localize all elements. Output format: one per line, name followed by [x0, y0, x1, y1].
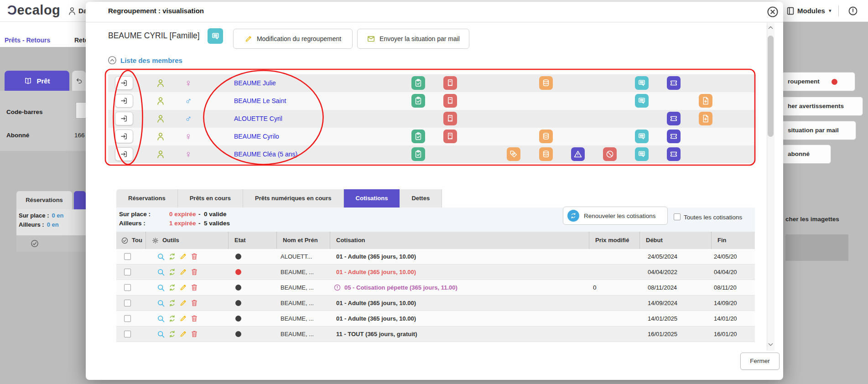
view-icon[interactable]: [156, 283, 166, 292]
ticket-icon[interactable]: [667, 76, 681, 90]
nav-item-prets-retours[interactable]: Prêts - Retours: [5, 36, 50, 44]
open-member-button[interactable]: [115, 130, 133, 143]
delete-icon[interactable]: [190, 299, 198, 307]
view-icon[interactable]: [156, 314, 166, 323]
edit-icon[interactable]: [179, 268, 187, 276]
receipt-icon[interactable]: [443, 130, 457, 143]
receipt-icon[interactable]: [443, 76, 457, 90]
column-header[interactable]: Tou: [116, 232, 146, 249]
database-icon[interactable]: [539, 76, 553, 90]
code-barres-input[interactable]: [76, 102, 86, 119]
tab-pret[interactable]: Prêt: [5, 71, 69, 91]
tag-icon[interactable]: [507, 147, 520, 161]
renew-icon[interactable]: [168, 314, 177, 323]
scrollbar-thumb[interactable]: [768, 36, 774, 137]
background-table-header-row: [16, 235, 86, 252]
modify-group-button[interactable]: Modification du regroupement: [233, 29, 353, 49]
database-icon[interactable]: [539, 130, 553, 143]
column-header-label: Fin: [717, 232, 727, 249]
background-cutoff-button[interactable]: roupement: [783, 72, 855, 91]
edit-icon[interactable]: [179, 252, 187, 260]
view-icon[interactable]: [156, 330, 166, 339]
open-member-button[interactable]: [115, 76, 133, 90]
chat-icon[interactable]: [635, 130, 649, 143]
receipt-icon[interactable]: [443, 94, 457, 108]
member-name-link[interactable]: BEAUME Cléa (5 ans): [234, 150, 297, 158]
tab-active-sliver[interactable]: [74, 191, 86, 209]
circle-check-icon[interactable]: [30, 239, 39, 248]
close-icon[interactable]: [766, 5, 779, 18]
tab-pr-ts-en-cours[interactable]: Prêts en cours: [178, 189, 243, 208]
chat-icon[interactable]: [635, 147, 649, 161]
row-checkbox[interactable]: [124, 300, 131, 306]
members-section-title[interactable]: Liste des membres: [120, 57, 182, 64]
row-checkbox[interactable]: [124, 284, 131, 291]
view-icon[interactable]: [156, 268, 166, 277]
view-icon[interactable]: [156, 299, 166, 308]
column-header[interactable]: Outils: [146, 232, 229, 249]
renew-icon[interactable]: [168, 252, 177, 261]
open-member-button[interactable]: [115, 147, 133, 161]
edit-icon[interactable]: [179, 330, 187, 338]
all-cotisations-checkbox[interactable]: [674, 213, 681, 220]
background-cutoff-button[interactable]: situation par mail: [783, 121, 856, 140]
modules-menu[interactable]: Modules: [797, 7, 825, 15]
open-member-button[interactable]: [115, 112, 133, 125]
renew-cotisations-button[interactable]: Renouveler les cotisations: [563, 207, 668, 225]
edit-icon[interactable]: [179, 314, 187, 322]
scrollbar-down-icon[interactable]: [767, 341, 774, 350]
delete-icon[interactable]: [190, 330, 198, 338]
scrollbar-up-icon[interactable]: [767, 24, 774, 33]
tab-pr-ts-num-riques-en-cours[interactable]: Prêts numériques en cours: [243, 189, 344, 208]
background-cutoff-button[interactable]: her avertissements: [783, 97, 863, 116]
renew-icon[interactable]: [168, 330, 177, 338]
member-name-link[interactable]: BEAUME Julie: [234, 79, 276, 87]
ticket-icon[interactable]: [667, 130, 681, 143]
collapse-section-icon[interactable]: [107, 55, 117, 65]
chat-button[interactable]: [208, 28, 223, 44]
prohibition-icon[interactable]: [603, 147, 617, 161]
member-name-link[interactable]: BEAUME Le Saint: [234, 97, 286, 104]
clipboard-check-icon[interactable]: [411, 147, 425, 161]
background-cutoff-button[interactable]: abonné: [783, 145, 831, 164]
renew-icon[interactable]: [168, 268, 177, 276]
member-name-link[interactable]: ALOUETTE Cyril: [234, 115, 282, 122]
row-checkbox[interactable]: [124, 253, 131, 260]
clipboard-check-icon[interactable]: [411, 130, 425, 143]
tab-cotisations[interactable]: Cotisations: [344, 189, 400, 208]
row-checkbox[interactable]: [124, 331, 131, 337]
file-plus-icon[interactable]: [699, 94, 712, 108]
tab-r-servations[interactable]: Réservations: [116, 189, 178, 208]
fermer-button[interactable]: Fermer: [740, 353, 780, 370]
tab-retour-sliver[interactable]: [72, 71, 86, 91]
row-checkbox[interactable]: [124, 315, 131, 322]
open-member-button[interactable]: [115, 94, 133, 108]
warning-triangle-icon[interactable]: [571, 147, 585, 161]
date-debut: 14/09/2024: [648, 300, 677, 306]
renew-icon[interactable]: [168, 299, 177, 307]
ticket-icon[interactable]: [667, 147, 681, 161]
imagettes-checkbox-label-fragment[interactable]: cher les imagettes: [785, 216, 839, 223]
tab-reservations-background[interactable]: Réservations: [16, 191, 72, 209]
receipt-icon[interactable]: [443, 112, 457, 125]
chat-icon[interactable]: [635, 76, 649, 90]
file-plus-icon[interactable]: [699, 112, 712, 125]
row-checkbox[interactable]: [124, 269, 131, 275]
clipboard-check-icon[interactable]: [411, 94, 425, 108]
chat-icon[interactable]: [635, 94, 649, 108]
delete-icon[interactable]: [190, 268, 198, 276]
edit-icon[interactable]: [179, 283, 187, 291]
tab-dettes[interactable]: Dettes: [400, 189, 442, 208]
delete-icon[interactable]: [190, 283, 198, 291]
ticket-icon[interactable]: [667, 112, 681, 125]
delete-icon[interactable]: [190, 314, 198, 322]
view-icon[interactable]: [156, 252, 166, 261]
edit-icon[interactable]: [179, 299, 187, 307]
send-situation-mail-button[interactable]: Envoyer la situation par mail: [357, 29, 469, 49]
member-name-link[interactable]: BEAUME Cyrilo: [234, 133, 279, 140]
renew-icon[interactable]: [168, 283, 177, 292]
delete-icon[interactable]: [190, 252, 198, 260]
info-icon[interactable]: [847, 5, 858, 16]
database-icon[interactable]: [539, 147, 553, 161]
clipboard-check-icon[interactable]: [411, 76, 425, 90]
